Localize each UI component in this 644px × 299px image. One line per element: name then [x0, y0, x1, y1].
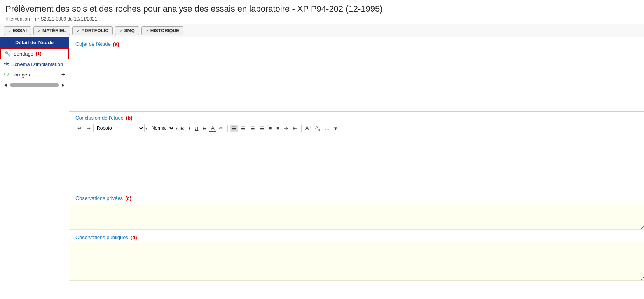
- forages-label: Forages: [11, 72, 30, 78]
- font-size-select[interactable]: Normal Small Large Huge: [148, 124, 175, 132]
- conclusion-label-text: Conclusion de l'étude: [75, 115, 124, 121]
- sidebar-header: Détail de l'étude: [0, 37, 69, 48]
- page-title: Prélèvement des sols et des roches pour …: [0, 0, 644, 16]
- intervention-label: Intervention: [5, 16, 30, 22]
- ul-button[interactable]: ≡: [274, 125, 281, 132]
- obs-privees-section: Observations privées (c): [69, 192, 644, 231]
- conclusion-editor[interactable]: [75, 134, 638, 189]
- tab-portfolio-label: PORTFOLIO: [81, 28, 108, 33]
- chevron-icon: ✓: [8, 29, 11, 33]
- objet-section: Objet de l'étude (a): [69, 37, 644, 112]
- sidebar-item-forages[interactable]: 🛡 Forages +: [0, 69, 69, 80]
- sidebar-schema-label: Schéma D'implantation: [11, 61, 63, 67]
- intervention-ref: n° S2021-0009 du 19/11/2021: [35, 16, 97, 22]
- italic-button[interactable]: I: [187, 125, 192, 132]
- chevron-icon: ✓: [38, 29, 41, 33]
- shield-icon: 🛡: [4, 72, 9, 78]
- conclusion-section: Conclusion de l'étude (b) ↩ ↪ Roboto Ari…: [69, 112, 644, 192]
- font-color-button[interactable]: A: [209, 124, 216, 132]
- objet-label: Objet de l'étude (a): [75, 41, 638, 47]
- chevron-icon: ✓: [77, 29, 80, 33]
- obs-publiques-label: Observations publiques (d): [69, 231, 644, 242]
- obs-publiques-textarea[interactable]: [69, 242, 644, 281]
- objet-annotation: (a): [113, 41, 119, 47]
- bold-button[interactable]: B: [178, 125, 186, 132]
- objet-content[interactable]: [75, 49, 638, 108]
- highlight-button[interactable]: ✏: [217, 125, 225, 132]
- sidebar-sondage-label: Sondage: [13, 51, 33, 57]
- intervention-bar: Intervention n° S2021-0009 du 19/11/2021: [0, 16, 644, 24]
- add-forage-button[interactable]: +: [61, 71, 65, 78]
- objet-label-text: Objet de l'étude: [75, 41, 111, 47]
- font-family-arrow: ▾: [145, 126, 147, 130]
- tab-smq[interactable]: ✓ SMQ: [115, 26, 139, 35]
- redo-button[interactable]: ↪: [84, 125, 92, 132]
- main-layout: Détail de l'étude 🔧 Sondage (1) 🗺 Schéma…: [0, 37, 644, 294]
- sidebar: Détail de l'étude 🔧 Sondage (1) 🗺 Schéma…: [0, 37, 69, 294]
- obs-publiques-annotation: (d): [131, 235, 137, 240]
- obs-publiques-label-text: Observations publiques: [75, 235, 128, 240]
- toolbar-divider-1: [227, 125, 228, 132]
- tab-materiel[interactable]: ✓ MATÉRIEL: [33, 26, 70, 35]
- indent-button[interactable]: ⇥: [282, 125, 290, 132]
- underline-button[interactable]: U: [193, 125, 200, 132]
- align-center-button[interactable]: ☰: [239, 125, 248, 132]
- wrench-icon: 🔧: [5, 50, 11, 57]
- obs-privees-annotation: (c): [125, 195, 131, 201]
- tab-historique-label: HISTORIQUE: [150, 28, 179, 33]
- sidebar-scroll: ◀ ▶: [0, 80, 69, 89]
- scroll-thumb: [10, 83, 59, 87]
- tab-historique[interactable]: ✓ HISTORIQUE: [141, 26, 183, 35]
- nav-tabs: ✓ ESSAI ✓ MATÉRIEL ✓ PORTFOLIO ✓ SMQ ✓ H…: [0, 24, 644, 37]
- more-button[interactable]: …: [323, 125, 332, 132]
- ol-button[interactable]: ≡: [267, 125, 274, 132]
- tab-materiel-label: MATÉRIEL: [42, 28, 66, 33]
- tab-essai-label: ESSAI: [13, 28, 27, 33]
- tab-smq-label: SMQ: [124, 28, 134, 33]
- conclusion-label: Conclusion de l'étude (b): [75, 115, 638, 121]
- obs-privees-label: Observations privées (c): [69, 192, 644, 203]
- scroll-right-arrow[interactable]: ▶: [60, 82, 66, 88]
- align-justify-button[interactable]: ☰: [258, 125, 266, 132]
- strikethrough-button[interactable]: S: [201, 125, 208, 132]
- align-right-button[interactable]: ☰: [248, 125, 257, 132]
- tab-portfolio[interactable]: ✓ PORTFOLIO: [72, 26, 113, 35]
- forages-label-container: 🛡 Forages: [4, 72, 30, 78]
- editor-toolbar: ↩ ↪ Roboto Arial Times New Roman ▾ Norma…: [75, 122, 638, 134]
- superscript-button[interactable]: Ax: [304, 124, 312, 132]
- schema-icon: 🗺: [4, 61, 9, 67]
- sidebar-item-sondage[interactable]: 🔧 Sondage (1): [0, 48, 69, 59]
- font-family-select[interactable]: Roboto Arial Times New Roman: [93, 124, 145, 132]
- undo-button[interactable]: ↩: [75, 125, 84, 132]
- obs-privees-label-text: Observations privées: [75, 195, 123, 201]
- content-area: Objet de l'étude (a) Conclusion de l'étu…: [69, 37, 644, 294]
- toolbar-divider-2: [301, 125, 302, 132]
- outdent-button[interactable]: ⇤: [291, 125, 299, 132]
- sidebar-item-schema[interactable]: 🗺 Schéma D'implantation: [0, 59, 69, 69]
- chevron-icon: ✓: [146, 29, 149, 33]
- conclusion-annotation: (b): [126, 115, 133, 121]
- obs-privees-textarea[interactable]: [69, 203, 644, 230]
- align-left-button[interactable]: ☰: [230, 125, 238, 132]
- subscript-button[interactable]: Ax: [313, 124, 322, 132]
- obs-publiques-section: Observations publiques (d): [69, 231, 644, 282]
- chevron-icon: ✓: [119, 29, 122, 33]
- scroll-left-arrow[interactable]: ◀: [2, 82, 9, 88]
- font-size-arrow: ▾: [176, 126, 178, 130]
- more-dropdown-button[interactable]: ▾: [332, 125, 339, 132]
- tab-essai[interactable]: ✓ ESSAI: [4, 26, 31, 35]
- sondage-badge: (1): [36, 51, 42, 56]
